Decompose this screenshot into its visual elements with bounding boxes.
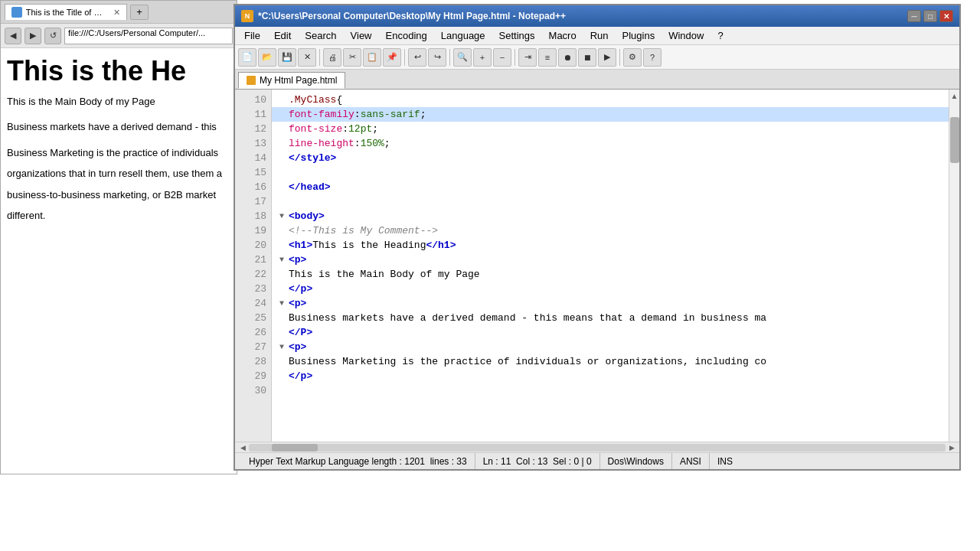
scroll-right-button[interactable]: ▶ bbox=[946, 444, 958, 452]
line-number: 23 bbox=[235, 282, 271, 296]
code-line[interactable] bbox=[272, 194, 949, 209]
horizontal-scrollbar[interactable]: ◀ ▶ bbox=[235, 442, 959, 452]
code-line[interactable]: </p> bbox=[272, 369, 949, 383]
print-button[interactable]: 🖨 bbox=[323, 48, 341, 67]
minimize-button[interactable]: ─ bbox=[907, 10, 921, 22]
cut-button[interactable]: ✂ bbox=[343, 48, 361, 67]
scroll-left-button[interactable]: ◀ bbox=[237, 444, 249, 452]
code-line[interactable]: <h1>This is the Heading</h1> bbox=[272, 238, 949, 253]
h-scrollbar-track[interactable] bbox=[249, 444, 946, 452]
menu-language[interactable]: Language bbox=[435, 28, 492, 43]
scrollbar-thumb[interactable] bbox=[950, 117, 959, 163]
code-line[interactable]: <!--This is My Comment--> bbox=[272, 223, 949, 238]
code-line[interactable]: ▼<body> bbox=[272, 209, 949, 223]
page-body6: different. bbox=[7, 208, 230, 223]
forward-button[interactable]: ▶ bbox=[24, 28, 41, 44]
code-line[interactable]: </p> bbox=[272, 282, 949, 296]
status-position: Ln : 11 Col : 13 Sel : 0 | 0 bbox=[475, 453, 600, 469]
new-file-button[interactable]: 📄 bbox=[238, 48, 256, 67]
copy-button[interactable]: 📋 bbox=[363, 48, 381, 67]
code-line[interactable]: font-family: sans-sarif; bbox=[272, 107, 949, 122]
fold-marker-icon[interactable]: ▼ bbox=[276, 209, 287, 223]
code-line[interactable]: Business markets have a derived demand -… bbox=[272, 311, 949, 325]
code-line[interactable]: ▼ <p> bbox=[272, 253, 949, 267]
tab-file-icon bbox=[247, 76, 256, 85]
menu-edit[interactable]: Edit bbox=[268, 28, 297, 43]
fold-marker-icon[interactable]: ▼ bbox=[276, 340, 287, 354]
undo-button[interactable]: ↩ bbox=[408, 48, 426, 67]
browser-tab[interactable]: This is the Title of m... ✕ bbox=[5, 4, 127, 20]
code-line[interactable] bbox=[272, 383, 949, 398]
code-line[interactable] bbox=[272, 165, 949, 180]
line-number: 20 bbox=[235, 238, 271, 253]
code-token-tag: <p> bbox=[289, 253, 306, 267]
open-file-button[interactable]: 📂 bbox=[258, 48, 276, 67]
indent-button[interactable]: ≡ bbox=[538, 48, 557, 67]
menu-settings[interactable]: Settings bbox=[493, 28, 541, 43]
run-macro-button[interactable]: ▶ bbox=[598, 48, 616, 67]
code-line[interactable]: ▼ <p> bbox=[272, 340, 949, 354]
line-number: 27 bbox=[235, 340, 271, 354]
new-tab-button[interactable]: + bbox=[130, 5, 149, 20]
close-file-button[interactable]: ✕ bbox=[298, 48, 316, 67]
reload-button[interactable]: ↺ bbox=[44, 28, 61, 44]
paste-button[interactable]: 📌 bbox=[383, 48, 401, 67]
save-file-button[interactable]: 💾 bbox=[278, 48, 296, 67]
zoom-in-button[interactable]: + bbox=[473, 48, 492, 67]
code-line[interactable]: </P> bbox=[272, 325, 949, 340]
line-number: 26 bbox=[235, 325, 271, 340]
code-line[interactable]: </head> bbox=[272, 180, 949, 194]
code-line[interactable]: ▼ <p> bbox=[272, 296, 949, 311]
menu-macro[interactable]: Macro bbox=[543, 28, 583, 43]
tab-close-icon[interactable]: ✕ bbox=[113, 8, 120, 18]
menu-file[interactable]: File bbox=[238, 28, 266, 43]
notepad-titlebar: N *C:\Users\Personal Computer\Desktop\My… bbox=[235, 5, 959, 27]
menu-run[interactable]: Run bbox=[584, 28, 615, 43]
close-button[interactable]: ✕ bbox=[939, 10, 953, 22]
fold-marker-icon[interactable]: ▼ bbox=[276, 253, 287, 267]
menu-plugins[interactable]: Plugins bbox=[616, 28, 662, 43]
browser-tab-bar: This is the Title of m... ✕ + bbox=[1, 1, 237, 24]
scroll-up-button[interactable]: ▲ bbox=[949, 90, 960, 102]
page-body1: This is the Main Body of my Page bbox=[7, 94, 230, 109]
menu-encoding[interactable]: Encoding bbox=[380, 28, 433, 43]
code-line[interactable]: This is the Main Body of my Page bbox=[272, 267, 949, 282]
maximize-button[interactable]: □ bbox=[923, 10, 937, 22]
code-line[interactable]: .MyClass { bbox=[272, 93, 949, 107]
settings-button[interactable]: ⚙ bbox=[623, 48, 642, 67]
menu-view[interactable]: View bbox=[345, 28, 378, 43]
find-button[interactable]: 🔍 bbox=[453, 48, 472, 67]
code-token-tag: </style> bbox=[289, 151, 336, 165]
tab-label: My Html Page.html bbox=[260, 75, 337, 86]
back-button[interactable]: ◀ bbox=[5, 28, 21, 44]
fold-marker-icon[interactable]: ▼ bbox=[276, 296, 287, 311]
code-token-text: { bbox=[336, 93, 342, 107]
h-scrollbar-thumb[interactable] bbox=[272, 444, 318, 452]
code-line[interactable]: </style> bbox=[272, 151, 949, 165]
active-tab[interactable]: My Html Page.html bbox=[238, 72, 345, 89]
menu-window[interactable]: Window bbox=[662, 28, 710, 43]
stop-button[interactable]: ⏹ bbox=[578, 48, 596, 67]
line-number: 12 bbox=[235, 122, 271, 136]
macro-button[interactable]: ⏺ bbox=[558, 48, 577, 67]
line-number: 18 bbox=[235, 209, 271, 223]
line-number: 22 bbox=[235, 267, 271, 282]
code-line[interactable]: line-height: 150%; bbox=[272, 136, 949, 151]
redo-button[interactable]: ↪ bbox=[428, 48, 446, 67]
help-btn[interactable]: ? bbox=[643, 48, 662, 67]
line-number: 24 bbox=[235, 296, 271, 311]
page-body3: Business Marketing is the practice of in… bbox=[7, 145, 230, 161]
address-bar[interactable]: file:///C:/Users/Personal Computer/... bbox=[64, 28, 233, 44]
code-area[interactable]: .MyClass { font-family: sans-sarif; font… bbox=[272, 90, 949, 442]
editor-area[interactable]: 1011121314151617181920212223242526272829… bbox=[235, 90, 959, 442]
code-line[interactable]: Business Marketing is the practice of in… bbox=[272, 354, 949, 369]
notepad-title: *C:\Users\Personal Computer\Desktop\My H… bbox=[258, 11, 566, 21]
vertical-scrollbar[interactable]: ▲ bbox=[949, 90, 959, 442]
notepad-menubar: File Edit Search View Encoding Language … bbox=[235, 27, 959, 45]
menu-help[interactable]: ? bbox=[711, 28, 729, 43]
zoom-out-button[interactable]: − bbox=[493, 48, 511, 67]
wrap-button[interactable]: ⇥ bbox=[518, 48, 537, 67]
code-line[interactable]: font-size: 12pt; bbox=[272, 122, 949, 136]
menu-search[interactable]: Search bbox=[299, 28, 342, 43]
page-heading: This is the He bbox=[7, 56, 230, 86]
